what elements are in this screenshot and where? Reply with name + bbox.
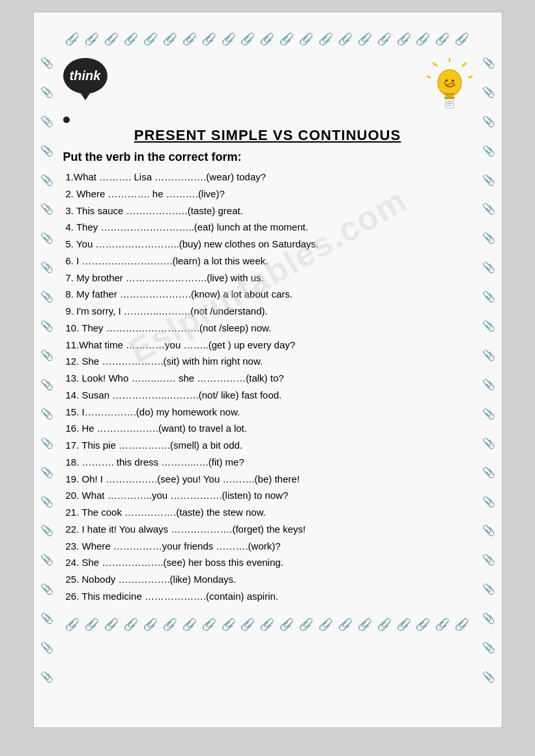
lightbulb-icon	[427, 58, 472, 110]
exercise-item-18: 18. ………. this dress ………..….(fit) me?	[63, 455, 472, 471]
clip-left-10: 📎	[40, 320, 53, 332]
clip-right-9: 📎	[482, 290, 495, 303]
svg-point-8	[445, 79, 448, 82]
clip-bottom-8: 📎	[202, 617, 216, 632]
clip-top-2: 📎	[85, 32, 99, 46]
clip-left-3: 📎	[40, 115, 53, 128]
clip-right-2: 📎	[482, 86, 495, 98]
side-clips-right: 📎 📎 📎 📎 📎 📎 📎 📎 📎 📎 📎 📎 📎 📎 📎 📎 📎 📎 📎 📎 …	[482, 48, 495, 692]
clip-left-15: 📎	[40, 466, 53, 479]
clip-bottom-1: 📎	[65, 617, 80, 632]
clip-bottom-6: 📎	[163, 617, 177, 632]
exercise-item-10: 10. They ………….…………….(not /sleep) now.	[63, 320, 472, 337]
exercises-list: 1.What ………. Lisa …………….(wear) today?2. W…	[63, 169, 472, 605]
clip-left-13: 📎	[40, 408, 53, 420]
clip-right-20: 📎	[482, 612, 495, 624]
clip-bottom-16: 📎	[358, 617, 372, 632]
clip-bottom-2: 📎	[85, 617, 99, 632]
exercise-item-2: 2. Where …………. he ……….(live)?	[63, 186, 472, 203]
clip-left-1: 📎	[40, 57, 53, 69]
clip-top-20: 📎	[435, 32, 450, 46]
clips-top-row: 📎 📎 📎 📎 📎 📎 📎 📎 📎 📎 📎 📎 📎 📎 📎 📎 📎 📎 📎 📎 …	[63, 32, 472, 46]
think-label: think	[70, 68, 101, 83]
clip-bottom-5: 📎	[143, 617, 158, 632]
clip-top-15: 📎	[338, 32, 353, 46]
clip-left-14: 📎	[40, 437, 53, 449]
clip-right-12: 📎	[482, 378, 495, 391]
clip-right-15: 📎	[482, 466, 495, 479]
clip-bottom-15: 📎	[338, 617, 353, 632]
svg-line-2	[469, 76, 472, 77]
clip-right-3: 📎	[482, 115, 495, 128]
clip-top-16: 📎	[358, 32, 372, 46]
clip-top-6: 📎	[163, 32, 177, 46]
clip-top-18: 📎	[397, 32, 411, 46]
clip-bottom-12: 📎	[280, 617, 294, 632]
clip-bottom-21: 📎	[455, 617, 469, 632]
content-area: Eslprintables.com think	[63, 51, 472, 612]
clip-bottom-14: 📎	[319, 617, 333, 632]
exercise-item-15: 15. I…………….(do) my homework now.	[63, 404, 472, 421]
dot-circle	[63, 117, 70, 123]
exercise-item-3: 3. This sauce ……………….(taste) great.	[63, 203, 472, 219]
clip-left-12: 📎	[40, 378, 53, 391]
clip-left-20: 📎	[40, 612, 53, 624]
exercise-item-20: 20. What …………..you …………….(listen) to now…	[63, 488, 472, 504]
clip-bottom-13: 📎	[299, 617, 313, 632]
clip-bottom-11: 📎	[260, 617, 274, 632]
exercise-item-21: 21. The cook …………….(taste) the stew now.	[63, 505, 472, 521]
clip-top-17: 📎	[377, 32, 392, 46]
clip-top-4: 📎	[124, 32, 138, 46]
clip-right-16: 📎	[482, 496, 495, 508]
exercise-item-1: 1.What ………. Lisa …………….(wear) today?	[63, 169, 472, 186]
clip-bottom-3: 📎	[104, 617, 119, 632]
clip-top-9: 📎	[222, 32, 236, 46]
clip-bottom-19: 📎	[416, 617, 430, 632]
clip-right-11: 📎	[482, 349, 495, 361]
clip-right-19: 📎	[482, 583, 495, 595]
clip-left-9: 📎	[40, 290, 53, 303]
svg-line-4	[427, 76, 430, 77]
clip-right-6: 📎	[482, 203, 495, 215]
instruction-text: Put the verb in the correct form:	[63, 150, 472, 164]
clip-left-17: 📎	[40, 524, 53, 537]
clip-left-21: 📎	[40, 641, 53, 654]
exercise-item-7: 7. My brother …………………….(live) with us.	[63, 270, 472, 287]
clip-right-4: 📎	[482, 145, 495, 157]
exercise-item-5: 5. You ……………………..(buy) new clothes on Sa…	[63, 236, 472, 253]
clip-left-16: 📎	[40, 496, 53, 508]
clip-top-1: 📎	[65, 32, 80, 46]
clip-right-21: 📎	[482, 641, 495, 654]
exercise-item-8: 8. My father ………………….(know) a lot about …	[63, 287, 472, 303]
clip-bottom-17: 📎	[377, 617, 392, 632]
clip-left-4: 📎	[40, 145, 53, 157]
clip-left-2: 📎	[40, 86, 53, 98]
clip-top-5: 📎	[143, 32, 158, 46]
clip-right-18: 📎	[482, 553, 495, 566]
svg-rect-6	[444, 93, 455, 96]
clip-right-5: 📎	[482, 174, 495, 186]
clip-bottom-18: 📎	[397, 617, 411, 632]
header-row: think	[63, 58, 472, 110]
clip-top-7: 📎	[182, 32, 197, 46]
svg-point-5	[438, 70, 461, 96]
svg-line-3	[433, 63, 437, 66]
exercise-item-12: 12. She ……………….(sit) with him right now.	[63, 354, 472, 370]
exercise-item-22: 22. I hate it! You always ……………….(forget…	[63, 522, 472, 538]
clips-bottom-row: 📎 📎 📎 📎 📎 📎 📎 📎 📎 📎 📎 📎 📎 📎 📎 📎 📎 📎 📎 📎 …	[63, 617, 472, 632]
svg-rect-7	[444, 96, 455, 99]
clip-top-11: 📎	[260, 32, 274, 46]
clip-left-7: 📎	[40, 232, 53, 244]
exercise-item-14: 14. Susan ……………..……….(not/ like) fast fo…	[63, 387, 472, 404]
page-wrapper: 📎 📎 📎 📎 📎 📎 📎 📎 📎 📎 📎 📎 📎 📎 📎 📎 📎 📎 📎 📎 …	[0, 0, 535, 756]
paper: 📎 📎 📎 📎 📎 📎 📎 📎 📎 📎 📎 📎 📎 📎 📎 📎 📎 📎 📎 📎 …	[33, 12, 502, 728]
clip-bottom-4: 📎	[124, 617, 138, 632]
clip-top-14: 📎	[319, 32, 333, 46]
exercise-item-6: 6. I ……………………….(learn) a lot this week.	[63, 253, 472, 270]
exercise-item-19: 19. Oh! I …………….(see) you! You ……….(be) …	[63, 471, 472, 488]
side-clips-left: 📎 📎 📎 📎 📎 📎 📎 📎 📎 📎 📎 📎 📎 📎 📎 📎 📎 📎 📎 📎 …	[40, 48, 53, 692]
clip-left-6: 📎	[40, 203, 53, 215]
exercise-item-17: 17. This pie …………….(smell) a bit odd.	[63, 438, 472, 454]
exercise-item-23: 23. Where ……………your friends ……….(work)?	[63, 539, 472, 555]
svg-point-9	[452, 79, 454, 82]
